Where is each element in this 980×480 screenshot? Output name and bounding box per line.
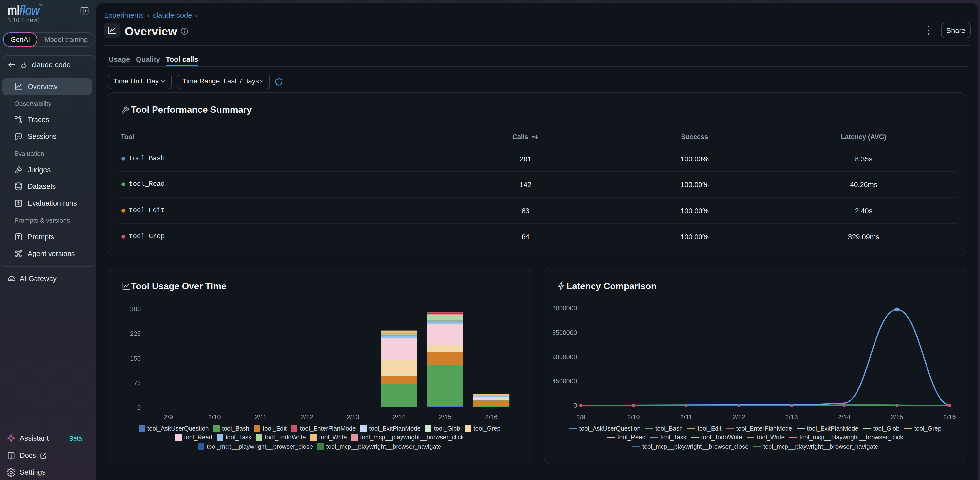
svg-text:2/13: 2/13 bbox=[785, 413, 798, 421]
svg-text:2/11: 2/11 bbox=[680, 413, 692, 421]
svg-text:2/15: 2/15 bbox=[891, 413, 903, 421]
svg-text:18000000: 18000000 bbox=[549, 304, 577, 312]
svg-text:2/11: 2/11 bbox=[255, 413, 267, 421]
svg-text:2/9: 2/9 bbox=[576, 413, 585, 421]
svg-text:2/9: 2/9 bbox=[164, 413, 173, 421]
svg-text:300: 300 bbox=[130, 305, 141, 313]
svg-text:75: 75 bbox=[134, 379, 141, 387]
svg-text:150: 150 bbox=[130, 355, 141, 362]
svg-text:2/14: 2/14 bbox=[838, 413, 850, 421]
svg-text:13500000: 13500000 bbox=[549, 329, 577, 336]
svg-text:2/16: 2/16 bbox=[943, 413, 956, 421]
svg-text:2/15: 2/15 bbox=[439, 413, 452, 421]
svg-text:2/10: 2/10 bbox=[627, 413, 640, 421]
svg-text:2/16: 2/16 bbox=[485, 413, 498, 421]
svg-text:2/10: 2/10 bbox=[208, 413, 221, 421]
svg-text:2/13: 2/13 bbox=[347, 413, 359, 421]
svg-text:2/12: 2/12 bbox=[301, 413, 313, 421]
svg-text:2/14: 2/14 bbox=[393, 413, 406, 421]
svg-text:4500000: 4500000 bbox=[552, 377, 577, 385]
svg-text:2/12: 2/12 bbox=[733, 413, 745, 421]
svg-text:225: 225 bbox=[130, 330, 141, 337]
svg-text:9000000: 9000000 bbox=[552, 353, 577, 361]
svg-text:0: 0 bbox=[137, 404, 141, 411]
svg-text:0: 0 bbox=[573, 402, 577, 409]
